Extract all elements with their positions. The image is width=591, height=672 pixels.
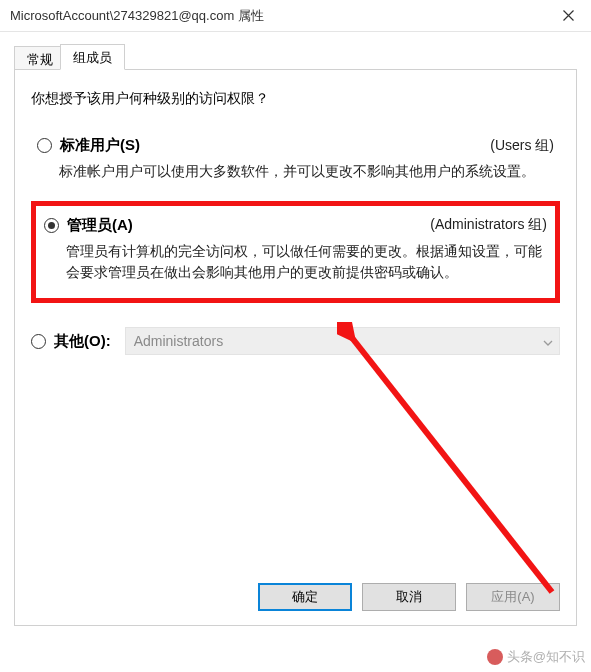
access-level-prompt: 你想授予该用户何种级别的访问权限？: [31, 90, 560, 108]
button-bar: 确定 取消 应用(A): [258, 583, 560, 611]
watermark: 头条@知不识: [487, 648, 585, 666]
option-standard-label: 标准用户(S): [60, 136, 140, 155]
chevron-down-icon: [543, 328, 553, 354]
apply-button[interactable]: 应用(A): [466, 583, 560, 611]
option-admin-desc: 管理员有计算机的完全访问权，可以做任何需要的更改。根据通知设置，可能会要求管理员…: [66, 241, 547, 284]
tab-membership[interactable]: 组成员: [60, 44, 125, 70]
option-admin[interactable]: 管理员(A) (Administrators 组) 管理员有计算机的完全访问权，…: [44, 216, 547, 284]
option-standard[interactable]: 标准用户(S) (Users 组) 标准帐户用户可以使用大多数软件，并可以更改不…: [31, 132, 560, 191]
window-title: MicrosoftAccount\274329821@qq.com 属性: [10, 7, 264, 25]
tabstrip: 常规 组成员: [14, 44, 577, 70]
group-combobox-value: Administrators: [134, 333, 223, 349]
tab-general[interactable]: 常规: [14, 46, 66, 70]
watermark-icon: [487, 649, 503, 665]
cancel-button[interactable]: 取消: [362, 583, 456, 611]
radio-admin[interactable]: [44, 218, 59, 233]
option-standard-group: (Users 组): [490, 137, 554, 155]
ok-button[interactable]: 确定: [258, 583, 352, 611]
option-admin-group: (Administrators 组): [430, 216, 547, 234]
option-admin-label: 管理员(A): [67, 216, 133, 235]
option-standard-desc: 标准帐户用户可以使用大多数软件，并可以更改不影响其他用户的系统设置。: [59, 161, 554, 183]
tab-content: 你想授予该用户何种级别的访问权限？ 标准用户(S) (Users 组) 标准帐户…: [14, 70, 577, 626]
option-other-label: 其他(O):: [54, 332, 111, 351]
watermark-text: 头条@知不识: [507, 648, 585, 666]
close-button[interactable]: [545, 0, 591, 32]
titlebar: MicrosoftAccount\274329821@qq.com 属性: [0, 0, 591, 32]
radio-other[interactable]: [31, 334, 46, 349]
close-icon: [563, 10, 574, 21]
group-combobox[interactable]: Administrators: [125, 327, 560, 355]
option-other[interactable]: 其他(O): Administrators: [31, 327, 560, 355]
radio-standard[interactable]: [37, 138, 52, 153]
highlight-box: 管理员(A) (Administrators 组) 管理员有计算机的完全访问权，…: [31, 201, 560, 303]
